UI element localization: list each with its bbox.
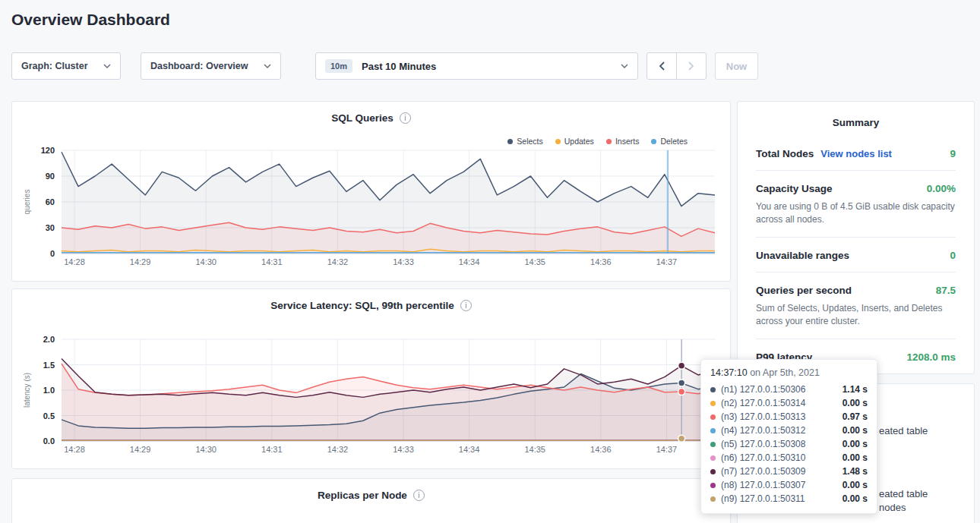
chart-hover-tooltip: 14:37:10 on Apr 5th, 2021 (n1) 127.0.0.1… (700, 359, 877, 514)
svg-text:0: 0 (50, 249, 55, 258)
summary-row: Queries per second87.5Sum of Selects, Up… (756, 273, 956, 339)
tooltip-row: (n5) 127.0.0.1:503080.00 s (710, 437, 868, 451)
tooltip-row: (n7) 127.0.0.1:503091.48 s (710, 465, 868, 478)
chevron-down-icon (264, 64, 271, 68)
graph-selector-label: Graph: Cluster (21, 61, 88, 71)
replicas-per-node-chart-panel: Replicas per Node i (11, 478, 731, 523)
svg-text:14:29: 14:29 (130, 445, 151, 454)
tooltip-node-label: (n3) 127.0.0.1:50313 (721, 411, 842, 422)
svg-text:2.0: 2.0 (43, 335, 55, 344)
svg-text:queries: queries (23, 190, 31, 215)
series-color-dot (710, 387, 716, 392)
event-item-text[interactable]: eated table (879, 425, 928, 436)
summary-row: Total NodesView nodes list9 (756, 136, 956, 171)
summary-row-value: 1208.0 ms (906, 351, 956, 363)
chart-title-text: Replicas per Node (318, 490, 407, 501)
tooltip-row: (n1) 127.0.0.1:503061.14 s (710, 383, 868, 396)
tooltip-row: (n4) 127.0.0.1:503120.00 s (710, 424, 868, 437)
summary-title: Summary (738, 102, 974, 136)
info-icon[interactable]: i (460, 300, 472, 311)
svg-text:14:34: 14:34 (459, 445, 480, 454)
svg-text:14:31: 14:31 (261, 257, 283, 266)
chart-title: SQL Queries i (12, 112, 730, 124)
svg-text:14:33: 14:33 (393, 445, 414, 454)
tooltip-node-value: 0.00 s (842, 398, 868, 408)
tooltip-row: (n2) 127.0.0.1:503140.00 s (710, 396, 868, 410)
info-icon[interactable]: i (400, 112, 411, 124)
svg-text:14:31: 14:31 (261, 445, 283, 454)
time-range-dropdown[interactable]: 10m Past 10 Minutes (315, 52, 638, 80)
chevron-right-icon (688, 61, 694, 71)
tooltip-header: 14:37:10 on Apr 5th, 2021 (710, 367, 868, 378)
series-color-dot (710, 469, 716, 474)
chart-title: Replicas per Node i (12, 490, 730, 501)
time-range-badge: 10m (325, 59, 352, 73)
tooltip-row: (n8) 127.0.0.1:503070.00 s (710, 478, 868, 492)
svg-text:1.0: 1.0 (43, 386, 55, 395)
series-color-dot (710, 414, 716, 420)
legend-item[interactable]: Inserts (606, 137, 640, 146)
tooltip-rows: (n1) 127.0.0.1:503061.14 s(n2) 127.0.0.1… (710, 383, 868, 506)
tooltip-node-value: 0.97 s (842, 411, 868, 422)
series-color-dot (710, 442, 716, 447)
tooltip-row: (n6) 127.0.0.1:503100.00 s (710, 451, 868, 465)
svg-text:0.5: 0.5 (43, 411, 55, 421)
svg-text:1.5: 1.5 (43, 361, 55, 370)
chart-legend: SelectsUpdatesInsertsDeletes (507, 137, 688, 146)
legend-dot (606, 139, 612, 144)
svg-text:14:33: 14:33 (393, 257, 414, 266)
summary-row-value: 0.00% (927, 183, 956, 194)
legend-label: Deletes (660, 137, 688, 146)
tooltip-node-label: (n7) 127.0.0.1:50309 (721, 466, 842, 477)
view-nodes-list-link[interactable]: View nodes list (820, 148, 892, 159)
legend-item[interactable]: Deletes (651, 137, 688, 146)
event-item-text[interactable]: eated table (879, 488, 928, 499)
summary-row: Unavailable ranges0 (756, 238, 956, 273)
svg-text:14:32: 14:32 (327, 445, 349, 454)
service-latency-chart-panel: 14:2814:2914:3014:3114:3214:3314:3414:35… (11, 288, 731, 469)
svg-text:60: 60 (46, 197, 55, 206)
svg-text:0.0: 0.0 (43, 436, 55, 446)
tooltip-node-value: 0.00 s (842, 493, 868, 504)
graph-selector-dropdown[interactable]: Graph: Cluster (11, 52, 121, 80)
svg-text:120: 120 (41, 146, 55, 155)
chevron-down-icon (103, 64, 111, 68)
tooltip-node-value: 0.00 s (842, 425, 868, 436)
series-color-dot (710, 455, 716, 461)
now-button[interactable]: Now (715, 52, 758, 80)
dashboard-selector-label: Dashboard: Overview (150, 61, 248, 71)
tooltip-node-value: 1.48 s (842, 466, 868, 477)
time-prev-button[interactable] (646, 52, 677, 80)
tooltip-node-label: (n5) 127.0.0.1:50308 (721, 439, 842, 449)
summary-row-value: 0 (950, 250, 956, 261)
summary-row-label: Total Nodes (756, 148, 814, 159)
tooltip-node-label: (n6) 127.0.0.1:50310 (721, 452, 842, 463)
event-item-text[interactable]: nodes (879, 502, 906, 513)
legend-dot (507, 139, 513, 144)
chevron-left-icon (659, 61, 665, 71)
tooltip-node-label: (n2) 127.0.0.1:50314 (721, 398, 842, 408)
tooltip-row: (n9) 127.0.0.1:503110.00 s (710, 492, 868, 506)
legend-dot (651, 139, 656, 144)
tooltip-date: on Apr 5th, 2021 (750, 367, 820, 378)
tooltip-time: 14:37:10 (710, 367, 748, 378)
svg-text:14:34: 14:34 (459, 257, 480, 266)
legend-item[interactable]: Updates (555, 137, 594, 146)
summary-row-value: 87.5 (936, 285, 956, 296)
tooltip-node-value: 0.00 s (842, 480, 868, 490)
dashboard-selector-dropdown[interactable]: Dashboard: Overview (141, 52, 281, 80)
legend-label: Selects (517, 137, 542, 146)
chart-title: Service Latency: SQL, 99th percentile i (12, 300, 730, 311)
time-range-label: Past 10 Minutes (362, 61, 436, 72)
sql-queries-chart[interactable]: 14:2814:2914:3014:3114:3214:3314:3414:35… (12, 102, 731, 282)
service-latency-chart[interactable]: 14:2814:2914:3014:3114:3214:3314:3414:35… (12, 289, 731, 469)
svg-text:14:36: 14:36 (590, 257, 612, 266)
summary-row-value: 9 (950, 148, 956, 159)
summary-panel: Summary Total NodesView nodes list9Capac… (737, 101, 975, 374)
summary-row-label: Queries per second (756, 285, 852, 296)
svg-text:14:37: 14:37 (656, 257, 678, 266)
time-next-button[interactable] (676, 52, 707, 80)
legend-item[interactable]: Selects (507, 137, 542, 146)
svg-text:14:37: 14:37 (656, 445, 678, 454)
info-icon[interactable]: i (413, 490, 425, 501)
